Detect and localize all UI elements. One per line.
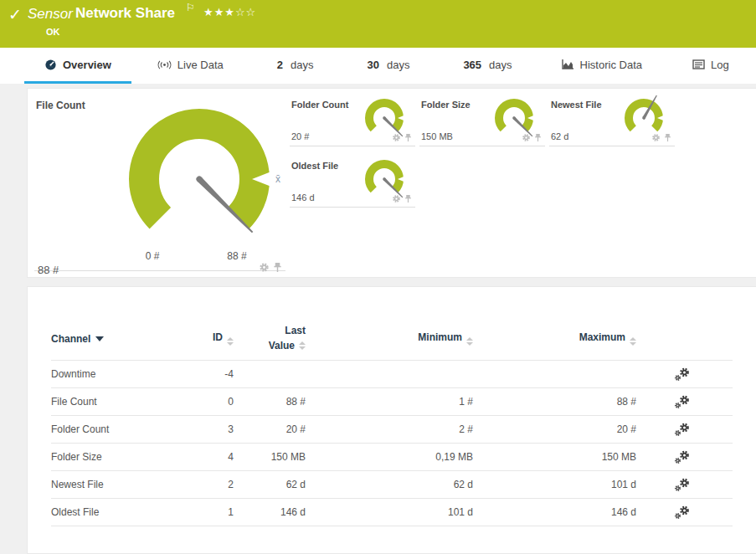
gauge-pin-icon[interactable] bbox=[534, 133, 542, 142]
sort-arrows-icon bbox=[227, 337, 234, 346]
tab-overview[interactable]: Overview bbox=[24, 48, 131, 84]
table-row[interactable]: Folder Count 3 20 # 2 # 20 # bbox=[51, 416, 733, 444]
column-header-maximum[interactable]: Maximum bbox=[473, 331, 636, 346]
column-header-minimum[interactable]: Minimum bbox=[306, 331, 473, 346]
tab-historic-data-label: Historic Data bbox=[580, 59, 642, 71]
tab-365-days-number: 365 bbox=[463, 59, 481, 71]
tab-log[interactable]: Log bbox=[678, 48, 743, 84]
tab-2-days-label: days bbox=[291, 59, 313, 71]
priority-flag-icon[interactable]: ⚐ bbox=[186, 2, 195, 13]
channel-name-cell: Downtime bbox=[51, 368, 178, 380]
tab-live-data[interactable]: Live Data bbox=[143, 48, 238, 84]
gauge-current-value: 20 # bbox=[291, 131, 309, 141]
tab-live-data-label: Live Data bbox=[177, 59, 224, 71]
gauge-pin-icon[interactable] bbox=[273, 262, 282, 273]
average-marker-label: x̄ bbox=[275, 173, 280, 185]
channel-id-cell: 1 bbox=[178, 506, 234, 518]
table-row[interactable]: Oldest File 1 146 d 101 d 146 d bbox=[51, 499, 733, 526]
gauge-label: Oldest File bbox=[291, 161, 338, 171]
table-row[interactable]: Folder Size 4 150 MB 0,19 MB 150 MB bbox=[51, 444, 733, 471]
sensor-kind-label: Sensor bbox=[28, 6, 73, 23]
gauge-pin-icon[interactable] bbox=[664, 133, 671, 142]
gauge-current-value: 146 d bbox=[291, 192, 315, 203]
last-value-cell: 88 # bbox=[234, 396, 306, 408]
file-count-gauge: x̄ bbox=[111, 91, 287, 267]
log-list-icon bbox=[692, 59, 705, 69]
channel-settings-gears-icon[interactable] bbox=[674, 367, 691, 382]
tab-2-days[interactable]: 2 days bbox=[263, 48, 328, 84]
last-value-cell: 146 d bbox=[234, 506, 306, 518]
last-value-cell: 150 MB bbox=[234, 451, 306, 463]
channel-table-body: Downtime -4 File Count 0 88 # 1 # 88 # F… bbox=[51, 361, 733, 526]
tab-historic-data[interactable]: Historic Data bbox=[547, 48, 656, 84]
channel-table-panel: Channel ID Last Value Minimum Maximum Do… bbox=[27, 286, 756, 554]
gauge-settings-gear-icon[interactable] bbox=[651, 133, 661, 142]
sensor-status-badge: OK bbox=[46, 27, 60, 37]
minimum-cell: 62 d bbox=[306, 479, 473, 490]
channel-id-cell: 3 bbox=[178, 423, 234, 435]
priority-stars[interactable]: ★★★☆☆ bbox=[203, 6, 256, 18]
table-row[interactable]: Downtime -4 bbox=[51, 361, 733, 388]
gauge-tile-file-count[interactable]: File Count x̄ 0 # 88 # 88 # bbox=[34, 95, 285, 271]
gauge-settings-gear-icon[interactable] bbox=[392, 133, 401, 142]
live-signal-icon bbox=[157, 59, 172, 70]
gauge-min-label: 0 # bbox=[136, 250, 169, 262]
sort-arrows-icon bbox=[630, 337, 636, 346]
tab-bar: Overview Live Data 2 days 30 days 365 da… bbox=[0, 48, 756, 84]
sort-active-caret-icon bbox=[95, 336, 104, 341]
tab-365-days[interactable]: 365 days bbox=[449, 48, 526, 84]
channel-settings-gears-icon[interactable] bbox=[674, 423, 691, 437]
gauge-settings-gear-icon[interactable] bbox=[392, 194, 401, 203]
gauge-icon bbox=[44, 59, 57, 71]
gauge-settings-gear-icon[interactable] bbox=[259, 262, 270, 273]
maximum-cell: 20 # bbox=[473, 423, 636, 435]
table-row[interactable]: File Count 0 88 # 1 # 88 # bbox=[51, 388, 733, 416]
tab-30-days-label: days bbox=[387, 59, 409, 71]
maximum-cell: 88 # bbox=[473, 396, 636, 408]
gauges-panel: File Count x̄ 0 # 88 # 88 # Folder Count… bbox=[27, 88, 756, 278]
table-row[interactable]: Newest File 2 62 d 62 d 101 d bbox=[51, 471, 733, 499]
sensor-header: ✓ Sensor Network Share ⚐ ★★★☆☆ OK bbox=[0, 0, 756, 48]
gauge-label: Folder Size bbox=[421, 100, 471, 110]
sort-arrows-icon bbox=[466, 337, 473, 346]
minimum-cell: 101 d bbox=[306, 506, 473, 518]
column-header-channel[interactable]: Channel bbox=[51, 333, 178, 345]
minimum-cell: 2 # bbox=[306, 423, 473, 435]
last-value-cell: 62 d bbox=[234, 479, 306, 490]
tab-log-label: Log bbox=[711, 59, 729, 71]
channel-settings-gears-icon[interactable] bbox=[674, 450, 691, 464]
column-header-last-value[interactable]: Last Value bbox=[234, 324, 306, 353]
gauge-tile-folder-size[interactable]: Folder Size 150 MB bbox=[419, 95, 545, 146]
gauge-label: Folder Count bbox=[291, 100, 348, 110]
tab-365-days-label: days bbox=[489, 59, 512, 71]
minimum-cell: 0,19 MB bbox=[306, 451, 473, 463]
maximum-cell: 150 MB bbox=[473, 451, 636, 463]
gauge-current-value: 150 MB bbox=[421, 131, 453, 141]
gauge-tile-folder-count[interactable]: Folder Count 20 # bbox=[290, 95, 415, 146]
gauge-pin-icon[interactable] bbox=[404, 194, 412, 203]
gauge-label: Newest File bbox=[551, 100, 602, 110]
tab-overview-label: Overview bbox=[63, 59, 111, 71]
channel-id-cell: 4 bbox=[178, 451, 234, 463]
channel-name-cell: Folder Size bbox=[51, 451, 178, 463]
gauge-tile-newest-file[interactable]: Newest File 62 d bbox=[549, 95, 675, 146]
gauge-pin-icon[interactable] bbox=[404, 133, 412, 142]
status-ok-check-icon: ✓ bbox=[8, 5, 22, 24]
channel-settings-gears-icon[interactable] bbox=[674, 505, 691, 520]
gauge-tile-oldest-file[interactable]: Oldest File 146 d bbox=[290, 156, 415, 208]
channel-name-cell: File Count bbox=[51, 396, 178, 408]
historic-chart-icon bbox=[561, 59, 574, 70]
gauge-label: File Count bbox=[36, 100, 85, 111]
column-header-id[interactable]: ID bbox=[178, 331, 234, 346]
channel-settings-gears-icon[interactable] bbox=[674, 478, 691, 492]
maximum-cell: 146 d bbox=[473, 506, 636, 518]
last-value-cell: 20 # bbox=[234, 423, 306, 435]
sensor-title: Network Share bbox=[75, 5, 175, 22]
channel-name-cell: Oldest File bbox=[51, 506, 178, 518]
maximum-cell: 101 d bbox=[473, 479, 636, 490]
channel-name-cell: Newest File bbox=[51, 479, 178, 490]
tab-30-days[interactable]: 30 days bbox=[352, 48, 424, 84]
channel-settings-gears-icon[interactable] bbox=[674, 395, 691, 409]
gauge-settings-gear-icon[interactable] bbox=[522, 133, 531, 142]
channel-table-header: Channel ID Last Value Minimum Maximum bbox=[51, 317, 733, 361]
